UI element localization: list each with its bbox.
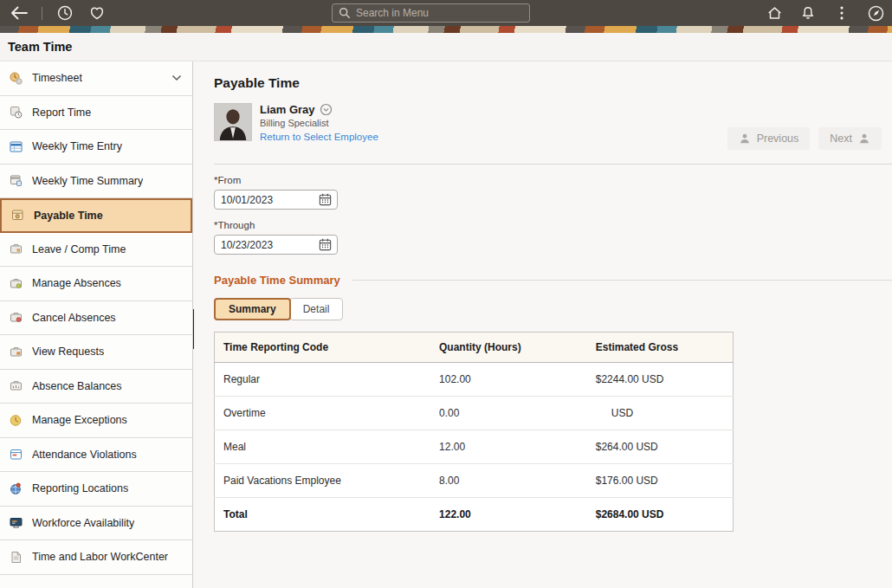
back-icon[interactable] (10, 3, 29, 23)
employee-actions-icon[interactable] (320, 103, 333, 116)
workforce-availability-icon (9, 515, 23, 530)
person-icon (858, 132, 870, 145)
sidebar-item-label: Cancel Absences (32, 312, 116, 324)
sidebar-item-attendance-violations[interactable]: Attendance Violations (0, 438, 192, 473)
recent-history-icon[interactable] (55, 3, 74, 23)
sidebar-item-manage-absences[interactable]: Manage Absences (0, 267, 192, 301)
sidebar-item-label: Weekly Time Entry (32, 140, 122, 152)
weekly-time-entry-icon (9, 139, 23, 154)
sidebar-item-payable-time[interactable]: Payable Time (0, 198, 192, 233)
navbar-compass-icon[interactable] (866, 3, 885, 23)
sidebar-item-label: Absence Balances (32, 380, 122, 392)
search-bar (332, 3, 530, 23)
tab-detail[interactable]: Detail (289, 298, 344, 320)
sidebar-item-label: Timesheet (32, 72, 82, 84)
heading-rule (352, 280, 892, 281)
calendar-icon[interactable] (317, 236, 333, 253)
sidebar-item-manage-exceptions[interactable]: Manage Exceptions (0, 404, 192, 438)
topbar-divider (42, 7, 42, 20)
from-label: *From (214, 175, 892, 185)
table-total-row: Total122.00$2684.00 USD (215, 498, 734, 532)
weekly-time-summary-icon (9, 173, 23, 188)
sidebar-item-label: Weekly Time Summary (32, 175, 143, 187)
sidebar-item-report-time[interactable]: Report Time (0, 96, 192, 131)
from-date-field (214, 190, 338, 210)
through-date-field (214, 235, 338, 255)
sidebar-item-label: Report Time (32, 107, 91, 119)
table-cell: $176.00 USD (587, 464, 734, 498)
table-cell: 0.00 (430, 397, 587, 430)
column-header: Estimated Gross (587, 333, 734, 363)
workcenter-icon (9, 550, 23, 565)
favorites-heart-icon[interactable] (87, 3, 107, 23)
sidebar-item-label: Manage Absences (32, 277, 121, 289)
calendar-icon[interactable] (317, 191, 333, 208)
table-cell: $264.00 USD (587, 430, 734, 464)
tab-summary[interactable]: Summary (214, 298, 291, 320)
sidebar-item-time-and-labor-workcenter[interactable]: Time and Labor WorkCenter (0, 540, 192, 575)
column-header: Time Reporting Code (215, 333, 431, 363)
sidebar-item-view-requests[interactable]: View Requests (0, 335, 192, 370)
table-cell: 8.00 (430, 464, 587, 498)
sidebar-item-label: Time and Labor WorkCenter (32, 551, 168, 563)
top-bar (0, 0, 892, 26)
table-cell: 12.00 (430, 430, 587, 464)
table-cell: USD (587, 397, 734, 430)
sidebar-item-leave-comp-time[interactable]: Leave / Comp Time (0, 233, 192, 268)
from-date-input[interactable] (221, 194, 317, 206)
view-requests-icon (9, 345, 23, 359)
pager: Previous Next (727, 127, 882, 150)
person-icon (739, 132, 751, 145)
through-label: *Through (214, 220, 892, 230)
report-time-icon (9, 105, 23, 120)
sidebar-item-weekly-time-entry[interactable]: Weekly Time Entry (0, 130, 192, 165)
chevron-down-icon (171, 74, 185, 81)
table-row: Regular102.00$2244.00 USD (215, 363, 734, 397)
manage-exceptions-icon (9, 413, 23, 428)
divider (214, 164, 892, 165)
sidebar-item-label: Manage Exceptions (32, 414, 127, 426)
attendance-violations-icon (9, 447, 23, 462)
next-button[interactable]: Next (818, 127, 882, 150)
search-icon (339, 7, 351, 19)
sidebar-item-absence-balances[interactable]: Absence Balances (0, 370, 192, 404)
sidebar-item-label: Leave / Comp Time (32, 243, 126, 255)
payable-time-table: Time Reporting CodeQuantity (Hours)Estim… (214, 332, 734, 532)
table-row: Paid Vacations Employee8.00$176.00 USD (215, 464, 734, 498)
return-to-select-employee-link[interactable]: Return to Select Employee (260, 132, 378, 142)
through-date-input[interactable] (221, 239, 317, 251)
table-cell: $2684.00 USD (587, 498, 734, 532)
content-title: Payable Time (214, 75, 892, 91)
reporting-locations-icon (9, 481, 23, 496)
table-cell: Meal (215, 430, 431, 464)
manage-absences-icon (9, 276, 23, 291)
search-input[interactable] (356, 7, 523, 19)
sidebar-item-timesheet[interactable]: Timesheet (0, 61, 192, 96)
previous-button[interactable]: Previous (727, 127, 811, 150)
cancel-absences-icon (9, 310, 23, 325)
column-header: Quantity (Hours) (430, 333, 587, 363)
page-title-bar: Team Time (0, 33, 892, 61)
absence-balances-icon (9, 378, 23, 393)
table-cell: $2244.00 USD (587, 363, 734, 397)
sidebar: TimesheetReport TimeWeekly Time EntryWee… (0, 61, 193, 588)
sidebar-item-cancel-absences[interactable]: Cancel Absences (0, 301, 192, 336)
home-icon[interactable] (765, 3, 784, 23)
sidebar-item-label: Reporting Locations (32, 482, 128, 494)
table-cell: 122.00 (430, 498, 587, 532)
page-title: Team Time (8, 40, 72, 54)
sidebar-item-weekly-time-summary[interactable]: Weekly Time Summary (0, 165, 192, 199)
sidebar-item-reporting-locations[interactable]: Reporting Locations (0, 472, 192, 507)
notifications-bell-icon[interactable] (798, 3, 818, 23)
employee-avatar (214, 103, 252, 141)
section-heading: Payable Time Summary (214, 274, 340, 287)
table-cell: Regular (215, 363, 431, 397)
sidebar-item-label: Payable Time (34, 210, 103, 222)
sidebar-item-workforce-availability[interactable]: Workforce Availability (0, 507, 192, 541)
table-body: Regular102.00$2244.00 USDOvertime0.00USD… (215, 363, 734, 532)
main-content: Payable Time Liam Gray Billing Specialis… (194, 61, 892, 588)
table-cell: Overtime (215, 397, 431, 430)
actions-kebab-icon[interactable] (832, 3, 851, 23)
sidebar-item-label: Attendance Violations (32, 449, 137, 461)
previous-label: Previous (757, 132, 799, 145)
